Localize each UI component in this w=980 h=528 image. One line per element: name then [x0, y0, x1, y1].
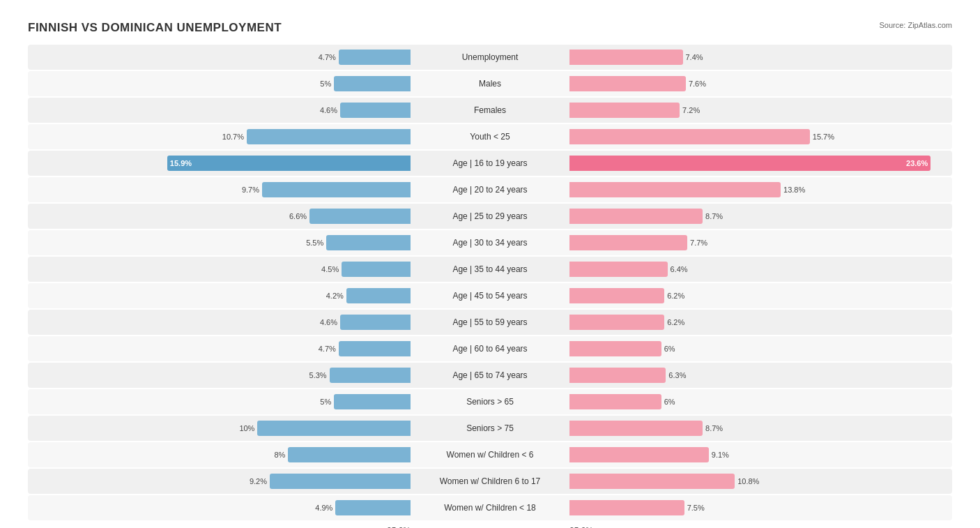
blue-bar: [247, 129, 411, 144]
bars-left: 5.3%: [28, 363, 413, 388]
bars-right: 15.7%: [567, 124, 952, 149]
bar-label: Seniors > 75: [413, 423, 567, 433]
left-value: 5.5%: [298, 239, 323, 247]
chart-area: 4.7% Unemployment 7.4% 5% Males: [28, 45, 952, 520]
blue-bar: [342, 262, 411, 277]
right-value: 7.5%: [687, 504, 712, 512]
bar-row: 4.7% Age | 60 to 64 years 6%: [28, 336, 952, 361]
bar-row: 9.2% Women w/ Children 6 to 17 10.8%: [28, 469, 952, 494]
bar-label: Age | 20 to 24 years: [413, 185, 567, 195]
right-value: 6.2%: [667, 292, 692, 300]
left-value: 8%: [260, 451, 285, 459]
left-value: 10%: [229, 424, 254, 432]
bars-left: 4.6%: [28, 310, 413, 335]
left-value: 4.7%: [311, 53, 336, 61]
bars-right: 13.8%: [567, 177, 952, 202]
right-value: 6.3%: [668, 371, 694, 379]
bar-label: Age | 55 to 59 years: [413, 317, 567, 327]
bar-row: 4.6% Females 7.2%: [28, 98, 952, 123]
right-value: 6%: [664, 345, 689, 353]
right-value: 10.8%: [737, 477, 763, 485]
blue-bar: [262, 182, 411, 197]
bars-left: 5%: [28, 71, 413, 96]
right-value: 7.6%: [689, 80, 714, 88]
bar-label: Age | 25 to 29 years: [413, 211, 567, 221]
right-value: 6.4%: [671, 265, 696, 273]
bar-label: Women w/ Children 6 to 17: [413, 476, 567, 486]
bars-right: 7.7%: [567, 230, 952, 255]
bar-label: Males: [413, 79, 567, 89]
bar-row: 4.2% Age | 45 to 54 years 6.2%: [28, 283, 952, 308]
bars-right: 6.3%: [567, 363, 952, 388]
right-value-inside: 23.6%: [906, 159, 928, 167]
right-value: 6.2%: [667, 318, 692, 326]
right-value: 13.8%: [783, 186, 809, 194]
bar-row: 4.7% Unemployment 7.4%: [28, 45, 952, 70]
pink-bar: [569, 474, 735, 489]
bar-label: Unemployment: [413, 52, 567, 62]
right-value: 7.2%: [682, 106, 707, 114]
bars-right: 8.7%: [567, 204, 952, 229]
left-value: 4.6%: [312, 106, 337, 114]
right-value: 8.7%: [705, 424, 730, 432]
blue-bar: [340, 315, 411, 330]
bar-label: Women w/ Children < 6: [413, 450, 567, 460]
bar-label: Age | 60 to 64 years: [413, 344, 567, 354]
bar-label: Age | 45 to 54 years: [413, 291, 567, 301]
pink-bar: [569, 235, 687, 250]
bars-right: 8.7%: [567, 416, 952, 441]
blue-bar: [339, 341, 411, 356]
right-value: 7.4%: [686, 53, 711, 61]
left-value: 5%: [306, 80, 331, 88]
left-value: 4.9%: [307, 504, 332, 512]
pink-bar: 23.6%: [569, 156, 931, 171]
blue-bar: [330, 368, 411, 383]
bars-left: 9.2%: [28, 469, 413, 494]
bar-row: 4.5% Age | 35 to 44 years 6.4%: [28, 257, 952, 282]
bars-right: 6.4%: [567, 257, 952, 282]
blue-bar: [339, 50, 411, 65]
left-value: 4.2%: [319, 292, 344, 300]
blue-bar: [346, 288, 411, 303]
blue-bar: [326, 235, 411, 250]
pink-bar: [569, 315, 664, 330]
bars-left: 4.9%: [28, 495, 413, 520]
blue-bar: [257, 421, 411, 436]
bars-left: 10%: [28, 416, 413, 441]
chart-container: FINNISH VS DOMINICAN UNEMPLOYMENT Source…: [14, 14, 966, 528]
left-value: 10.7%: [219, 133, 244, 141]
pink-bar: [569, 103, 680, 118]
left-value: 5%: [306, 398, 331, 406]
bar-row: 5.5% Age | 30 to 34 years 7.7%: [28, 230, 952, 255]
pink-bar: [569, 447, 709, 462]
blue-bar: [270, 474, 411, 489]
bar-label: Age | 35 to 44 years: [413, 264, 567, 274]
blue-bar: [334, 76, 411, 91]
bar-label: Age | 16 to 19 years: [413, 158, 567, 168]
bars-right: 7.4%: [567, 45, 952, 70]
bars-left: 8%: [28, 442, 413, 467]
right-value: 6%: [664, 398, 689, 406]
right-value: 9.1%: [712, 451, 737, 459]
bars-left: 4.6%: [28, 98, 413, 123]
bars-right: 6%: [567, 336, 952, 361]
bar-row: 10.7% Youth < 25 15.7%: [28, 124, 952, 149]
left-value: 9.7%: [234, 186, 259, 194]
left-value: 9.2%: [242, 477, 267, 485]
left-value: 4.7%: [311, 345, 336, 353]
bars-right: 6.2%: [567, 283, 952, 308]
blue-bar: [309, 209, 411, 224]
pink-bar: [569, 288, 664, 303]
pink-bar: [569, 182, 781, 197]
bars-right: 6%: [567, 389, 952, 414]
bars-left: 4.5%: [28, 257, 413, 282]
right-value: 7.7%: [690, 239, 715, 247]
left-value: 4.5%: [314, 265, 339, 273]
left-value: 5.3%: [302, 371, 327, 379]
bar-row: 9.7% Age | 20 to 24 years 13.8%: [28, 177, 952, 202]
pink-bar: [569, 368, 666, 383]
bars-left: 5.5%: [28, 230, 413, 255]
bar-label: Youth < 25: [413, 132, 567, 142]
chart-title: FINNISH VS DOMINICAN UNEMPLOYMENT: [28, 21, 282, 35]
chart-source: Source: ZipAtlas.com: [879, 21, 952, 29]
